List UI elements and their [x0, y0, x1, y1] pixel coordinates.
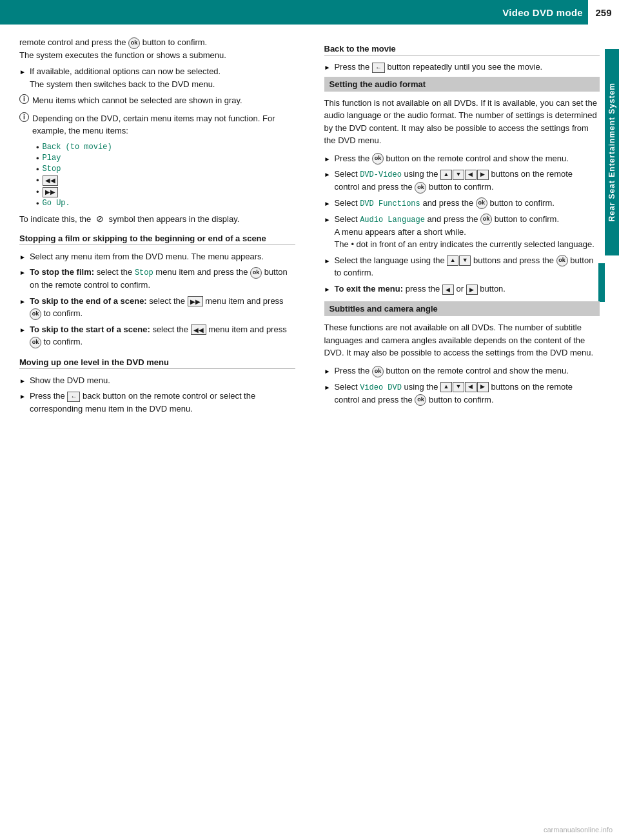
side-tab-label: Rear Seat Entertainment System	[607, 83, 616, 221]
s4-bullet-2: ► Select Video DVD using the ▲ ▼ ◀ ▶ but…	[324, 381, 600, 406]
back-movie-bullet: ► Press the ← button repeatedly until yo…	[324, 61, 600, 74]
s3-bullet-4: ► Select Audio Language and press the ok…	[324, 213, 600, 251]
rew-btn-s1b4: ◀◀	[191, 325, 206, 335]
bullet-tri-s3b4: ►	[324, 215, 331, 225]
s1-bullet-1: ► Select any menu item from the DVD menu…	[19, 250, 295, 263]
bullet-tri-s1b2: ►	[19, 268, 26, 277]
fastforward-btn: ▶▶	[43, 187, 58, 197]
dot-item-2: Play	[36, 154, 295, 163]
bullet-tri-s3b5: ►	[324, 256, 331, 266]
dot-list: Back (to movie) Play Stop ◀◀ ▶▶ Go Up.	[30, 143, 295, 208]
s2-bullet-1: ► Show the DVD menu.	[19, 374, 295, 387]
header-title: Video DVD mode	[502, 7, 583, 18]
header-bar: Video DVD mode 259	[0, 0, 619, 25]
intro-para: remote control and press the ok button t…	[19, 36, 295, 61]
s4-bullet-1: ► Press the ok button on the remote cont…	[324, 365, 600, 377]
s3-bullet-1: ► Press the ok button on the remote cont…	[324, 152, 600, 165]
dot-item-4: ◀◀	[36, 175, 295, 186]
bullet-tri-s4b1: ►	[324, 366, 331, 376]
ff-btn-s1b3: ▶▶	[188, 296, 203, 306]
bullet-item-available: ► If available, additional options can n…	[19, 65, 295, 90]
info-icon-1: i	[19, 94, 29, 104]
ok-btn-s3b2: ok	[415, 182, 426, 194]
s4-intro: These functions are not available on all…	[324, 321, 600, 359]
dot-item-5: ▶▶	[36, 187, 295, 197]
section4-header: Subtitles and camera angle	[324, 301, 600, 316]
ok-btn-s3b5: ok	[556, 255, 568, 266]
section2-title: Moving up one level in the DVD menu	[19, 357, 295, 369]
bullet-tri-back: ►	[324, 63, 331, 72]
ok-btn-s3b1: ok	[372, 153, 384, 165]
fwd-nav-btn: ▶	[466, 285, 478, 295]
section3-header: Setting the audio format	[324, 77, 600, 92]
bullet-tri-s1b1: ►	[19, 252, 26, 262]
bullet-tri-s3b2: ►	[324, 170, 331, 179]
s3-bullet-5: ► Select the language using the ▲ ▼ butt…	[324, 254, 600, 279]
main-content: remote control and press the ok button t…	[0, 25, 619, 430]
bullet-tri-s3b3: ►	[324, 199, 331, 208]
info-item-1: i Menu items which cannot be selected ar…	[19, 94, 295, 107]
ok-btn-s1b3: ok	[30, 308, 41, 320]
side-tab: Rear Seat Entertainment System	[605, 49, 619, 255]
ok-button-inline: ok	[128, 37, 140, 49]
back-nav-btn: ◀	[442, 285, 454, 295]
s1-bullet-3: ► To skip to the end of a scene: select …	[19, 295, 295, 320]
bullet-tri-s1b3: ►	[19, 297, 26, 306]
rewind-btn: ◀◀	[43, 175, 58, 186]
bullet-tri-s4b2: ►	[324, 383, 331, 392]
ok-btn-s4b1: ok	[372, 366, 384, 377]
ok-btn-s1b4: ok	[30, 337, 41, 348]
info-icon-2: i	[19, 112, 29, 122]
ok-btn-s4b2: ok	[415, 394, 426, 406]
back-movie-title: Back to the movie	[324, 44, 600, 55]
right-column: Back to the movie ► Press the ← button r…	[321, 36, 600, 418]
page-number: 259	[588, 0, 619, 25]
ok-btn-s3b3: ok	[476, 197, 487, 209]
bullet-triangle-icon: ►	[19, 67, 26, 77]
ok-btn-s3b4: ok	[480, 214, 492, 225]
bullet-tri-s2b1: ►	[19, 376, 26, 386]
bullet-tri-s2b2: ►	[19, 392, 26, 401]
dot-item-6: Go Up.	[36, 199, 295, 208]
back-btn-movie: ←	[372, 63, 385, 73]
dot-item-3: Stop	[36, 165, 295, 174]
nav-btns-s3b2: ▲ ▼ ◀ ▶	[440, 170, 489, 180]
bullet-tri-s1b4: ►	[19, 325, 26, 335]
section1-title: Stopping a film or skipping to the begin…	[19, 234, 295, 245]
s3-intro: This function is not available on all DV…	[324, 97, 600, 147]
s3-bullet-6: ► To exit the menu: press the ◀ or ▶ but…	[324, 283, 600, 295]
back-btn-icon: ←	[67, 392, 80, 402]
s3-bullet-2: ► Select DVD-Video using the ▲ ▼ ◀ ▶ but…	[324, 168, 600, 194]
s1-bullet-4: ► To skip to the start of a scene: selec…	[19, 323, 295, 348]
no-symbol: ⊘	[96, 214, 104, 224]
symbol-text: To indicate this, the ⊘ symbol then appe…	[19, 212, 295, 226]
nav-btns-s3b5: ▲ ▼	[447, 255, 471, 266]
bullet-tri-s3b1: ►	[324, 154, 331, 164]
nav-btns-s4b2: ▲ ▼ ◀ ▶	[440, 382, 489, 392]
s2-bullet-2: ► Press the ← back button on the remote …	[19, 390, 295, 415]
left-column: remote control and press the ok button t…	[19, 36, 302, 418]
bullet-tri-s3b6: ►	[324, 285, 331, 294]
s1-bullet-2: ► To stop the film: select the Stop menu…	[19, 266, 295, 292]
dot-item-1: Back (to movie)	[36, 143, 295, 152]
info-item-2: i Depending on the DVD, certain menu ite…	[19, 112, 295, 137]
s3-bullet-3: ► Select DVD Functions and press the ok …	[324, 197, 600, 210]
watermark: carmanualsonline.info	[544, 826, 613, 834]
